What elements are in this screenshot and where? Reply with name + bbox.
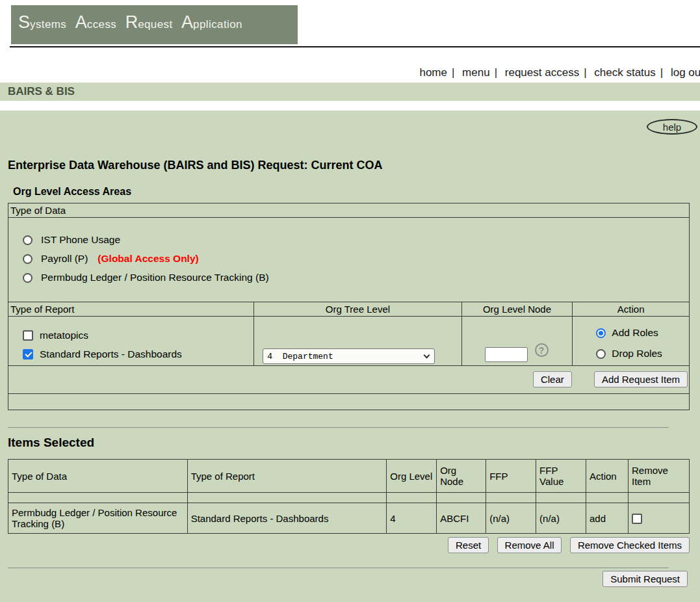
global-access-note: (Global Access Only): [97, 253, 198, 265]
action-option-label: Add Roles: [612, 327, 658, 339]
col-header-action: Action: [586, 460, 629, 493]
add-request-item-button[interactable]: Add Request Item: [594, 371, 688, 387]
nav-separator: |: [452, 66, 454, 79]
remove-item-checkbox[interactable]: [632, 514, 642, 524]
submit-request-button[interactable]: Submit Request: [603, 571, 688, 587]
col-header-remove-item: Remove Item: [628, 460, 689, 493]
empty-row: [8, 394, 689, 410]
type-of-data-header: Type of Data: [8, 203, 689, 218]
header-divider: [10, 46, 700, 47]
report-option-row: metatopics: [23, 329, 253, 342]
section-divider: [8, 427, 669, 428]
request-buttons-row: Clear Add Request Item: [8, 366, 689, 394]
app-title: Systems Access Request Application: [11, 5, 298, 33]
remove-all-button[interactable]: Remove All: [497, 537, 562, 553]
col-header-org-level: Org Level: [387, 460, 437, 493]
cell-org-level: 4: [387, 503, 437, 534]
metatopics-checkbox[interactable]: [23, 330, 33, 341]
action-option-row: Drop Roles: [596, 347, 689, 360]
help-button[interactable]: help: [647, 119, 697, 135]
org-tree-level-select[interactable]: 4 Department: [263, 348, 435, 364]
submit-row: Submit Request: [603, 571, 688, 587]
data-option-row: IST Phone Usage: [23, 233, 689, 246]
cell-remove-item: [628, 503, 689, 534]
action-cell: Add Roles Drop Roles: [572, 317, 689, 365]
cell-action: add: [586, 503, 629, 534]
data-option-row: Payroll (P) (Global Access Only): [23, 252, 689, 265]
col-header-org-node: Org Node: [437, 460, 486, 493]
col-header-type-of-report: Type of Report: [187, 460, 387, 493]
page-title: Enterprise Data Warehouse (BAIRS and BIS…: [8, 159, 382, 172]
app-title-word: Request: [125, 12, 173, 33]
nav-link-request-access[interactable]: request access: [505, 66, 579, 79]
report-option-row: Standard Reports - Dashboards: [23, 348, 253, 361]
cell-type-of-report: Standard Reports - Dashboards: [187, 503, 387, 534]
items-selected-table: Type of Data Type of Report Org Level Or…: [8, 459, 690, 534]
nav-link-logout[interactable]: log out: [671, 66, 700, 79]
help-button-label: help: [663, 122, 681, 133]
nav-separator: |: [584, 66, 586, 79]
cell-ffp-value: (n/a): [536, 503, 586, 534]
action-option-label: Drop Roles: [612, 348, 662, 360]
data-option-label: IST Phone Usage: [41, 234, 120, 246]
report-header-row: Type of Report Org Tree Level Org Level …: [8, 302, 689, 317]
section-bar: BAIRS & BIS: [0, 83, 700, 101]
nav-link-menu[interactable]: menu: [462, 66, 490, 79]
ist-phone-usage-radio[interactable]: [23, 235, 32, 245]
chevron-down-icon: [424, 352, 430, 358]
main-content: help Enterprise Data Warehouse (BAIRS an…: [0, 111, 700, 602]
org-tree-level-selected-value: 4 Department: [267, 352, 424, 361]
add-roles-radio[interactable]: [596, 328, 606, 338]
nav-link-home[interactable]: home: [419, 66, 447, 79]
payroll-radio[interactable]: [23, 254, 32, 264]
clear-button[interactable]: Clear: [533, 371, 572, 387]
app-title-word: Access: [75, 12, 116, 33]
org-level-node-input[interactable]: [485, 347, 528, 362]
nav-separator: |: [660, 66, 663, 79]
nav-separator: |: [495, 66, 497, 79]
col-header-ffp-value: FFP Value: [536, 460, 586, 493]
report-content-row: metatopics Standard Reports - Dashboards…: [8, 317, 689, 366]
cell-ffp: (n/a): [486, 503, 536, 534]
org-access-heading: Org Level Access Areas: [13, 186, 131, 198]
report-option-label: Standard Reports - Dashboards: [40, 348, 182, 360]
standard-reports-checkbox[interactable]: [23, 349, 33, 360]
org-level-node-cell: ?: [461, 317, 573, 365]
cell-org-node: ABCFI: [437, 503, 486, 534]
app-title-word: Systems: [18, 12, 66, 33]
col-header-type-of-report: Type of Report: [8, 302, 253, 316]
section-bar-label: BAIRS & BIS: [0, 83, 700, 98]
question-help-icon[interactable]: ?: [535, 343, 549, 357]
items-empty-row: [8, 493, 690, 503]
app-banner: Systems Access Request Application: [11, 5, 298, 44]
items-buttons-row: Reset Remove All Remove Checked Items: [8, 537, 690, 553]
cell-type-of-data: Permbudg Ledger / Position Resource Trac…: [8, 503, 188, 534]
col-header-org-level-node: Org Level Node: [461, 302, 573, 316]
items-header-row: Type of Data Type of Report Org Level Or…: [8, 460, 690, 493]
items-selected-heading: Items Selected: [8, 436, 94, 450]
data-option-label: Permbudg Ledger / Position Resource Trac…: [41, 272, 269, 283]
org-access-table: Type of Data IST Phone Usage Payroll (P)…: [8, 203, 690, 410]
action-option-row: Add Roles: [596, 326, 689, 339]
remove-checked-items-button[interactable]: Remove Checked Items: [570, 537, 690, 553]
top-nav: home| menu| request access| check status…: [0, 66, 700, 79]
report-option-label: metatopics: [40, 330, 88, 341]
drop-roles-radio[interactable]: [596, 349, 606, 359]
nav-link-check-status[interactable]: check status: [594, 66, 656, 79]
report-type-cell: metatopics Standard Reports - Dashboards: [8, 317, 253, 365]
col-header-action: Action: [572, 302, 689, 316]
org-tree-level-cell: 4 Department: [253, 317, 461, 365]
data-option-row: Permbudg Ledger / Position Resource Trac…: [23, 271, 689, 284]
submit-divider: [8, 568, 669, 568]
col-header-org-tree-level: Org Tree Level: [253, 302, 461, 316]
data-option-label: Payroll (P): [41, 253, 88, 265]
items-data-row: Permbudg Ledger / Position Resource Trac…: [8, 503, 690, 534]
reset-button[interactable]: Reset: [448, 537, 489, 553]
col-header-ffp: FFP: [486, 460, 536, 493]
question-mark: ?: [539, 345, 545, 356]
col-header-type-of-data: Type of Data: [8, 460, 188, 493]
type-of-data-options: IST Phone Usage Payroll (P) (Global Acce…: [8, 218, 689, 302]
app-title-word: Application: [181, 12, 242, 33]
permbudg-ledger-radio[interactable]: [23, 273, 32, 283]
